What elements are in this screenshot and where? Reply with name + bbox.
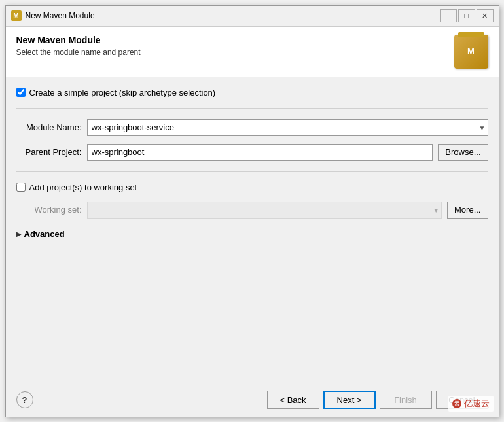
window-title: New Maven Module bbox=[26, 11, 440, 20]
working-set-select bbox=[87, 202, 442, 219]
window-icon: M bbox=[11, 10, 22, 21]
next-button[interactable]: Next > bbox=[323, 391, 376, 409]
header-title: New Maven Module bbox=[16, 35, 141, 45]
watermark-icon: 云 bbox=[452, 399, 461, 408]
working-set-checkbox-row: Add project(s) to working set bbox=[16, 183, 488, 192]
parent-project-row: Parent Project: Browse... bbox=[16, 144, 488, 161]
maven-logo: M bbox=[454, 35, 488, 69]
back-button[interactable]: < Back bbox=[267, 391, 319, 409]
title-bar: M New Maven Module ─ □ ✕ bbox=[6, 6, 499, 27]
finish-button[interactable]: Finish bbox=[380, 391, 432, 409]
window-controls: ─ □ ✕ bbox=[440, 9, 494, 22]
help-button[interactable]: ? bbox=[16, 391, 33, 408]
working-set-select-wrapper: ▼ bbox=[87, 202, 442, 219]
separator-2 bbox=[16, 171, 488, 172]
close-button[interactable]: ✕ bbox=[477, 9, 494, 22]
working-set-row: Working set: ▼ More... bbox=[16, 202, 488, 219]
module-name-select[interactable]: wx-springboot-service bbox=[87, 119, 488, 136]
header-section: New Maven Module Select the module name … bbox=[6, 27, 499, 77]
advanced-arrow-icon: ▶ bbox=[16, 230, 22, 237]
advanced-section[interactable]: ▶ Advanced bbox=[16, 229, 488, 239]
header-subtitle: Select the module name and parent bbox=[16, 48, 141, 57]
parent-project-input[interactable] bbox=[87, 144, 433, 161]
working-set-label: Working set: bbox=[16, 205, 82, 215]
watermark: 云 亿速云 bbox=[448, 396, 494, 412]
content-spacer bbox=[16, 247, 488, 372]
footer: ? < Back Next > Finish Cancel bbox=[6, 383, 499, 417]
module-name-row: Module Name: wx-springboot-service ▼ bbox=[16, 119, 488, 136]
simple-project-row: Create a simple project (skip archetype … bbox=[16, 88, 488, 97]
more-button[interactable]: More... bbox=[447, 202, 488, 219]
header-text: New Maven Module Select the module name … bbox=[16, 35, 141, 57]
watermark-text: 亿速云 bbox=[464, 398, 490, 410]
parent-project-label: Parent Project: bbox=[16, 147, 82, 157]
browse-button[interactable]: Browse... bbox=[438, 144, 488, 161]
maximize-button[interactable]: □ bbox=[458, 9, 475, 22]
simple-project-label[interactable]: Create a simple project (skip archetype … bbox=[29, 88, 216, 97]
working-set-checkbox[interactable] bbox=[16, 183, 26, 192]
footer-left: ? bbox=[16, 391, 33, 408]
module-name-wrapper: wx-springboot-service ▼ bbox=[87, 119, 488, 136]
content-area: Create a simple project (skip archetype … bbox=[6, 77, 499, 383]
maven-icon-letter: M bbox=[467, 46, 475, 56]
working-set-checkbox-label[interactable]: Add project(s) to working set bbox=[29, 183, 137, 192]
main-window: M New Maven Module ─ □ ✕ New Maven Modul… bbox=[5, 5, 499, 417]
simple-project-checkbox[interactable] bbox=[16, 88, 26, 97]
separator-1 bbox=[16, 108, 488, 109]
module-name-label: Module Name: bbox=[16, 122, 82, 132]
minimize-button[interactable]: ─ bbox=[440, 9, 457, 22]
advanced-label: Advanced bbox=[24, 229, 65, 239]
